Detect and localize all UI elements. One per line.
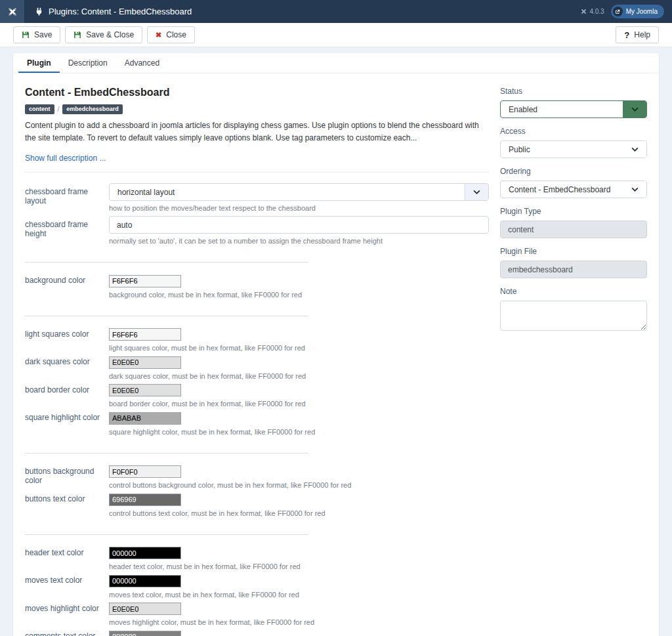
badge-separator: /: [58, 106, 60, 113]
dark-squares-color-input[interactable]: [109, 356, 181, 369]
buttons-background-color-input[interactable]: [109, 465, 181, 478]
light-squares-color-input[interactable]: [109, 328, 181, 341]
header-text-color-label: header text color: [25, 547, 109, 571]
field-help: light squares color, must be in hex form…: [109, 344, 489, 352]
fieldset-top-rule: [25, 172, 489, 173]
plugin-file-field: embedchessboard: [500, 261, 647, 278]
chessboard-frame-layout-select[interactable]: horizontal layout: [109, 183, 489, 201]
my-joomla-button[interactable]: My Joomla: [611, 5, 664, 18]
chessboard-frame-layout-label: chessboard frame layout: [25, 183, 109, 212]
moves-highlight-color-input[interactable]: [109, 603, 181, 615]
group-divider: [25, 453, 308, 454]
save-icon: [74, 31, 81, 39]
board-border-color-input[interactable]: [109, 384, 181, 396]
header-text-color-input[interactable]: [109, 547, 181, 559]
group-divider: [25, 316, 308, 316]
sidebar-column: Status Enabled Access Public: [500, 87, 647, 636]
form-row: square highlight colorsquare highlight c…: [25, 412, 489, 436]
form-row: header text colorheader text color, must…: [25, 547, 489, 571]
buttons-text-color-label: buttons text color: [25, 493, 109, 517]
top-bar: Plugins: Content - EmbedChessboard 4.0.3: [0, 0, 672, 23]
field-help: control buttons text color, must be in h…: [109, 509, 489, 517]
chevron-down-icon: [465, 184, 488, 200]
field-help: header text color, must be in hex format…: [109, 562, 489, 570]
page-title: Plugins: Content - EmbedChessboard: [49, 7, 192, 16]
joomla-logo-button[interactable]: [0, 0, 24, 23]
form-row: dark squares colordark squares color, mu…: [25, 356, 489, 380]
tab-plugin[interactable]: Plugin: [18, 53, 60, 73]
joomla-version: 4.0.3: [581, 8, 604, 15]
background-color-label: background color: [25, 274, 109, 299]
plugin-type-badge: content: [25, 104, 54, 114]
plugin-file-badge: embedchessboard: [62, 104, 123, 114]
toolbar: Save Save & Close ✖ Close ? Help: [0, 23, 672, 47]
comments-text-color-label: comments text color: [25, 630, 109, 636]
access-label: Access: [500, 127, 647, 136]
joomla-version-icon: [581, 9, 587, 14]
chevron-down-icon: [623, 101, 646, 117]
external-link-icon: [613, 7, 623, 16]
form-row: moves highlight colormoves highlight col…: [25, 603, 489, 627]
field-help: dark squares color, must be in hex forma…: [109, 372, 489, 380]
save-icon: [22, 31, 30, 39]
light-squares-color-label: light squares color: [25, 328, 109, 352]
background-color-input[interactable]: [109, 275, 181, 287]
chevron-down-icon: [623, 141, 646, 158]
form-row: background colorbackground color, must b…: [25, 274, 489, 299]
form-row: chessboard frame layouthorizontal layout…: [25, 183, 489, 212]
field-help: moves text color, must be in hex format,…: [109, 591, 489, 599]
form-row: buttons text colorcontrol buttons text c…: [25, 493, 489, 517]
board-border-color-label: board border color: [25, 384, 109, 408]
square-highlight-color-label: square highlight color: [25, 412, 109, 436]
chessboard-frame-height-input[interactable]: [109, 216, 489, 234]
edit-card: PluginDescriptionAdvanced Content - Embe…: [13, 53, 659, 636]
field-help: normally set to 'auto', it can be set to…: [109, 237, 489, 245]
page-content: PluginDescriptionAdvanced Content - Embe…: [0, 47, 672, 636]
plugin-type-label: Plugin Type: [500, 207, 647, 216]
field-help: square highlight color, must be in hex f…: [109, 428, 489, 436]
plug-icon: [35, 7, 43, 16]
buttons-text-color-input[interactable]: [109, 494, 181, 506]
access-select[interactable]: Public: [500, 140, 647, 158]
tab-bar: PluginDescriptionAdvanced: [13, 53, 659, 74]
help-icon: ?: [624, 30, 629, 40]
form-row: comments text colorcomments text color, …: [25, 630, 489, 636]
field-help: how to position the moves/header text re…: [109, 204, 489, 212]
close-button[interactable]: ✖ Close: [147, 26, 195, 43]
plugin-type-field: content: [500, 221, 647, 238]
comments-text-color-input[interactable]: [109, 631, 181, 636]
plugin-file-label: Plugin File: [500, 247, 647, 256]
ordering-label: Ordering: [500, 167, 647, 176]
group-divider: [25, 534, 308, 535]
plugin-description: Content plugin to add a chessboard in jo…: [25, 119, 489, 144]
moves-highlight-color-label: moves highlight color: [25, 603, 109, 627]
field-help: background color, must be in hex format,…: [109, 291, 489, 299]
square-highlight-color-input[interactable]: [109, 412, 181, 425]
moves-text-color-label: moves text color: [25, 574, 109, 599]
show-full-description-link[interactable]: Show full description ...: [25, 154, 106, 163]
tab-description[interactable]: Description: [60, 53, 116, 73]
field-help: control buttons background color, must b…: [109, 481, 489, 489]
form-row: board border colorboard border color, mu…: [25, 384, 489, 408]
ordering-select[interactable]: Content - EmbedChessboard: [500, 180, 647, 198]
note-textarea[interactable]: [500, 301, 647, 331]
form-row: buttons background colorcontrol buttons …: [25, 465, 489, 490]
help-button[interactable]: ? Help: [616, 26, 659, 43]
status-label: Status: [500, 87, 647, 96]
badges: content / embedchessboard: [25, 104, 489, 114]
plugin-heading: Content - EmbedChessboard: [25, 87, 489, 98]
close-icon: ✖: [156, 32, 161, 39]
joomla-logo-icon: [7, 7, 18, 17]
note-label: Note: [500, 287, 647, 296]
save-button[interactable]: Save: [13, 26, 60, 43]
chessboard-frame-height-label: chessboard frame height: [25, 216, 109, 245]
buttons-background-color-label: buttons background color: [25, 465, 109, 490]
tab-advanced[interactable]: Advanced: [116, 53, 168, 73]
dark-squares-color-label: dark squares color: [25, 356, 109, 380]
form-row: chessboard frame heightnormally set to '…: [25, 216, 489, 245]
save-close-button[interactable]: Save & Close: [65, 26, 142, 43]
moves-text-color-input[interactable]: [109, 575, 181, 587]
status-select[interactable]: Enabled: [500, 100, 647, 118]
chevron-down-icon: [623, 181, 646, 198]
group-divider: [25, 262, 308, 263]
